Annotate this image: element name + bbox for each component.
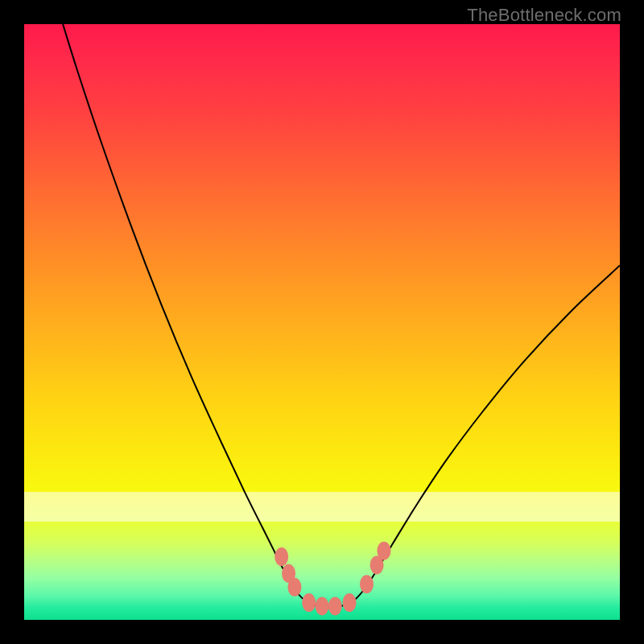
curve-marker [360, 575, 374, 593]
curve-marker [287, 578, 301, 597]
chart-frame: TheBottleneck.com [0, 0, 644, 644]
curve-marker [275, 547, 288, 566]
chart-plot-area [24, 24, 620, 620]
curve-marker [302, 593, 316, 612]
curve-marker [343, 593, 357, 612]
watermark-text: TheBottleneck.com [467, 5, 621, 26]
curve-marker [328, 597, 342, 616]
curve-markers [275, 542, 390, 616]
curve-marker [377, 542, 390, 560]
curve-marker [315, 597, 328, 616]
chart-svg [24, 24, 620, 620]
bottleneck-curve [63, 24, 620, 607]
